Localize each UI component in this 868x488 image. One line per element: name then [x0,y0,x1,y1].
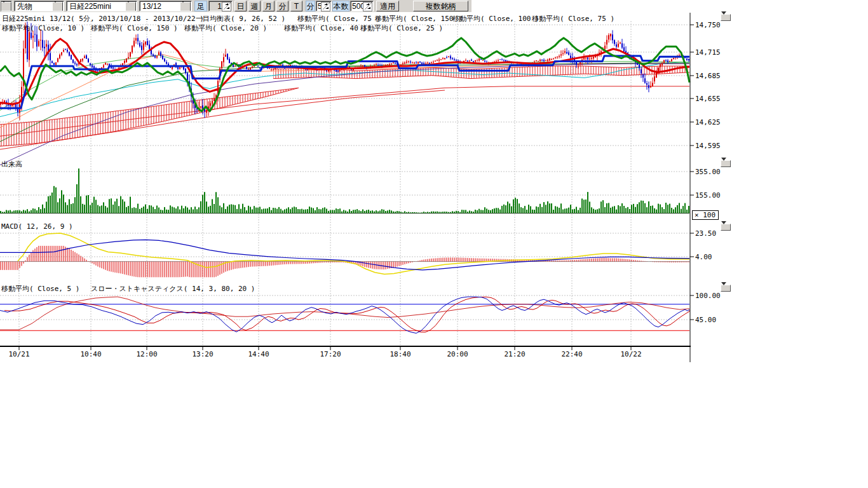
stochastics-panel [0,297,689,333]
ichimoku-legend: 一目均衡表( 9, 26, 52 ) [196,14,285,24]
stoch-ma-label: 移動平均( Close, 5 ) [1,284,79,294]
x-tick-label: 12:00 [133,350,161,358]
chart-canvas[interactable] [0,0,868,375]
ma150-legend: 移動平均( Close, 150 ) [375,14,462,24]
x-tick-label: 18:40 [386,350,414,358]
ma75b-legend: 移動平均( Close, 75 ) [532,14,614,24]
minute-value-input[interactable]: 5 [316,1,332,11]
x-tick-label: 10/21 [5,350,33,358]
x-tick-label: 10/22 [617,350,645,358]
ashi-interval-input[interactable]: 1 [208,1,233,11]
price-axis-label: 14,595 [695,142,721,150]
ichimoku-cloud [0,66,689,146]
chart-title-legend: 日経225mini 13/12( 5分, 2013/10/18 - 2013/1… [2,14,204,24]
x-tick-label: 21:20 [501,350,529,358]
ma75-legend: 移動平均( Close, 75 ) [297,14,380,24]
toolbar: 先物 日経225mini 13/12 足 1 日 週 月 分 T 分 5 本数 … [0,0,471,12]
ma25-legend: 移動平均( Close, 25 ) [360,24,443,33]
chevron-down-icon [721,11,726,25]
macd-panel [0,233,689,277]
ma20-legend: 移動平均( Close, 20 ) [184,24,267,33]
macd-axis-label: 4.00 [695,253,712,261]
chevron-down-icon [721,282,726,296]
ma100-legend: 移動平均( Close, 100 ) [452,14,539,24]
ma10-legend: 移動平均( Close, 10 ) [2,24,85,33]
x-tick-label: 10:40 [77,350,105,358]
bar-count-input[interactable]: 500 [350,1,374,11]
spinner-icon[interactable] [222,2,231,11]
spinner-icon[interactable] [321,2,330,11]
macd-axis-label: 23.50 [695,229,716,238]
volume-axis-label: 155.00 [695,191,721,200]
x-tick-label: 14:40 [245,350,273,358]
price-panel-menu-button[interactable] [721,14,731,21]
price-axis-label: 14,750 [695,21,721,29]
symbol-combo-value: 日経225mini [69,2,111,11]
contract-month-value: 13/12 [142,2,161,11]
monthly-button[interactable]: 月 [262,1,275,11]
ma150b-legend: 移動平均( Close, 150 ) [91,24,178,33]
stoch-axis-label: 100.00 [695,292,721,300]
chevron-down-icon [721,221,726,235]
x-tick-label: 20:00 [444,350,471,358]
tick-button[interactable]: T [290,1,302,11]
stoch-panel-label: スロー・ストキャスティクス( 14, 3, 80, 20 ) [91,284,255,294]
multi-symbol-button[interactable]: 複数銘柄 [413,1,468,11]
volume-panel-label: 出来高 [1,159,22,169]
price-axis-label: 14,715 [695,48,721,57]
symbol-combo[interactable]: 日経225mini [66,1,137,11]
minute-button[interactable]: 分 [276,1,288,11]
x-tick-label: 22:40 [558,350,586,358]
x-tick-label: 13:20 [189,350,217,358]
mini-combo[interactable] [1,1,12,11]
volume-bars [0,168,689,213]
stoch-axis-label: 45.00 [695,316,716,324]
volume-multiplier-box: × 100 [692,210,719,220]
chevron-down-icon[interactable] [1,2,11,11]
spinner-icon[interactable] [363,2,372,11]
price-axis-label: 14,625 [695,118,721,126]
ma40-legend: 移動平均( Close, 40 ) [284,24,367,33]
market-combo[interactable]: 先物 [14,1,64,11]
ashi-toggle[interactable]: 足 [194,1,207,11]
minute-label: 分 [306,1,315,11]
bar-count-label: 本数 [332,1,349,11]
price-axis-label: 14,685 [695,72,721,80]
weekly-button[interactable]: 週 [248,1,261,11]
daily-button[interactable]: 日 [234,1,247,11]
market-combo-value: 先物 [17,2,32,11]
chevron-down-icon [721,158,726,172]
stoch-panel-menu-button[interactable] [721,285,731,292]
chevron-down-icon[interactable] [180,2,191,11]
macd-panel-label: MACD( 12, 26, 9 ) [1,222,73,231]
contract-month-combo[interactable]: 13/12 [139,1,192,11]
x-tick-label: 17:20 [316,350,344,358]
apply-button[interactable]: 適用 [376,1,399,11]
price-axis-label: 14,655 [695,95,721,103]
volume-axis-label: 355.00 [695,168,721,176]
volume-panel-menu-button[interactable] [721,160,731,167]
chevron-down-icon[interactable] [125,2,136,11]
macd-panel-menu-button[interactable] [721,224,731,231]
chevron-down-icon[interactable] [52,2,63,11]
ashi-interval-value: 1 [217,2,222,11]
